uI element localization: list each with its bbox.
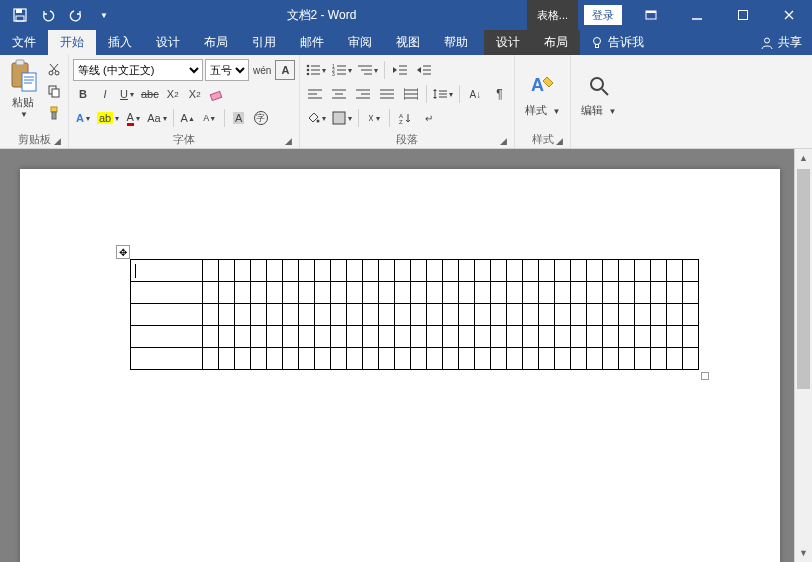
- table-cell[interactable]: [251, 304, 267, 326]
- table-cell[interactable]: [283, 304, 299, 326]
- minimize-button[interactable]: [674, 0, 720, 30]
- multilevel-list-button[interactable]: ▾: [356, 60, 380, 80]
- scroll-thumb[interactable]: [797, 169, 810, 389]
- table-cell[interactable]: [491, 304, 507, 326]
- table-cell[interactable]: [235, 304, 251, 326]
- borders-button[interactable]: ▾: [330, 108, 354, 128]
- table-cell[interactable]: [683, 282, 699, 304]
- table-cell[interactable]: [379, 260, 395, 282]
- tab-file[interactable]: 文件: [0, 30, 48, 55]
- table-cell[interactable]: [219, 260, 235, 282]
- table-move-handle[interactable]: ✥: [116, 245, 130, 259]
- align-center-button[interactable]: [328, 84, 350, 104]
- table-cell[interactable]: [523, 304, 539, 326]
- align-right-button[interactable]: [352, 84, 374, 104]
- tab-home[interactable]: 开始: [48, 30, 96, 55]
- table-cell[interactable]: [555, 348, 571, 370]
- scroll-down-button[interactable]: ▼: [795, 544, 812, 562]
- table-cell[interactable]: [635, 304, 651, 326]
- table-cell[interactable]: [491, 282, 507, 304]
- highlight-button[interactable]: ab▾: [95, 108, 121, 128]
- table-cell[interactable]: [619, 348, 635, 370]
- table-cell[interactable]: [443, 282, 459, 304]
- tab-layout[interactable]: 布局: [192, 30, 240, 55]
- increase-indent-button[interactable]: [413, 60, 435, 80]
- table-cell[interactable]: [203, 348, 219, 370]
- table-cell[interactable]: [299, 348, 315, 370]
- table-cell[interactable]: [331, 326, 347, 348]
- phonetic-guide-button[interactable]: wén: [251, 60, 273, 80]
- table-cell[interactable]: [411, 260, 427, 282]
- table-cell[interactable]: [235, 326, 251, 348]
- superscript-button[interactable]: X2: [185, 84, 205, 104]
- align-left-button[interactable]: [304, 84, 326, 104]
- table-cell[interactable]: [555, 326, 571, 348]
- line-spacing-button[interactable]: ▾: [431, 84, 455, 104]
- table-cell[interactable]: [219, 304, 235, 326]
- copy-button[interactable]: [44, 81, 64, 101]
- table-cell[interactable]: [459, 348, 475, 370]
- table-cell[interactable]: [507, 282, 523, 304]
- table-cell[interactable]: [603, 260, 619, 282]
- tab-help[interactable]: 帮助: [432, 30, 480, 55]
- table-cell[interactable]: [507, 348, 523, 370]
- table-cell[interactable]: [523, 326, 539, 348]
- table-cell[interactable]: [235, 282, 251, 304]
- table-cell[interactable]: [491, 260, 507, 282]
- tab-mailings[interactable]: 邮件: [288, 30, 336, 55]
- table-cell[interactable]: [571, 260, 587, 282]
- table-cell[interactable]: [523, 260, 539, 282]
- table-cell[interactable]: [587, 326, 603, 348]
- paste-button[interactable]: 粘贴 ▼: [4, 57, 42, 119]
- table-cell[interactable]: [603, 326, 619, 348]
- cut-button[interactable]: [44, 59, 64, 79]
- table-cell[interactable]: [299, 304, 315, 326]
- table-cell[interactable]: [315, 260, 331, 282]
- qat-customize-button[interactable]: ▼: [92, 3, 116, 27]
- table-cell[interactable]: [651, 326, 667, 348]
- table-cell[interactable]: [347, 348, 363, 370]
- character-shading-button[interactable]: A: [229, 108, 249, 128]
- table-cell[interactable]: [411, 304, 427, 326]
- table-cell[interactable]: [635, 260, 651, 282]
- table-cell[interactable]: [395, 348, 411, 370]
- tab-insert[interactable]: 插入: [96, 30, 144, 55]
- tab-references[interactable]: 引用: [240, 30, 288, 55]
- table-cell[interactable]: [219, 282, 235, 304]
- table-cell[interactable]: [619, 304, 635, 326]
- table-cell[interactable]: [651, 260, 667, 282]
- share-button[interactable]: 共享: [750, 30, 812, 55]
- change-case-button[interactable]: Aa▾: [145, 108, 168, 128]
- table-cell[interactable]: [587, 348, 603, 370]
- table-cell[interactable]: [683, 304, 699, 326]
- table-row[interactable]: [131, 304, 699, 326]
- table-resize-handle[interactable]: [701, 372, 709, 380]
- table-cell[interactable]: [267, 348, 283, 370]
- table-cell[interactable]: [571, 348, 587, 370]
- table-cell[interactable]: [347, 326, 363, 348]
- table-cell[interactable]: [411, 282, 427, 304]
- styles-button[interactable]: A 样式 ▼: [519, 69, 566, 120]
- table-cell[interactable]: [443, 348, 459, 370]
- table-cell[interactable]: [443, 304, 459, 326]
- table-cell[interactable]: [491, 348, 507, 370]
- close-button[interactable]: [766, 0, 812, 30]
- table-cell[interactable]: [251, 348, 267, 370]
- table-cell[interactable]: [267, 326, 283, 348]
- table-cell[interactable]: [131, 348, 203, 370]
- table-cell[interactable]: [667, 304, 683, 326]
- table-cell[interactable]: [587, 304, 603, 326]
- table-cell[interactable]: [491, 326, 507, 348]
- save-button[interactable]: [8, 3, 32, 27]
- numbering-button[interactable]: 123▾: [330, 60, 354, 80]
- table-cell[interactable]: [603, 282, 619, 304]
- table-cell[interactable]: [427, 282, 443, 304]
- table-row[interactable]: [131, 348, 699, 370]
- table-cell[interactable]: [347, 282, 363, 304]
- clipboard-launcher[interactable]: ◢: [50, 134, 64, 148]
- table-cell[interactable]: [619, 282, 635, 304]
- table-cell[interactable]: [427, 304, 443, 326]
- table-cell[interactable]: [635, 348, 651, 370]
- table-cell[interactable]: [475, 348, 491, 370]
- underline-button[interactable]: U▾: [117, 84, 137, 104]
